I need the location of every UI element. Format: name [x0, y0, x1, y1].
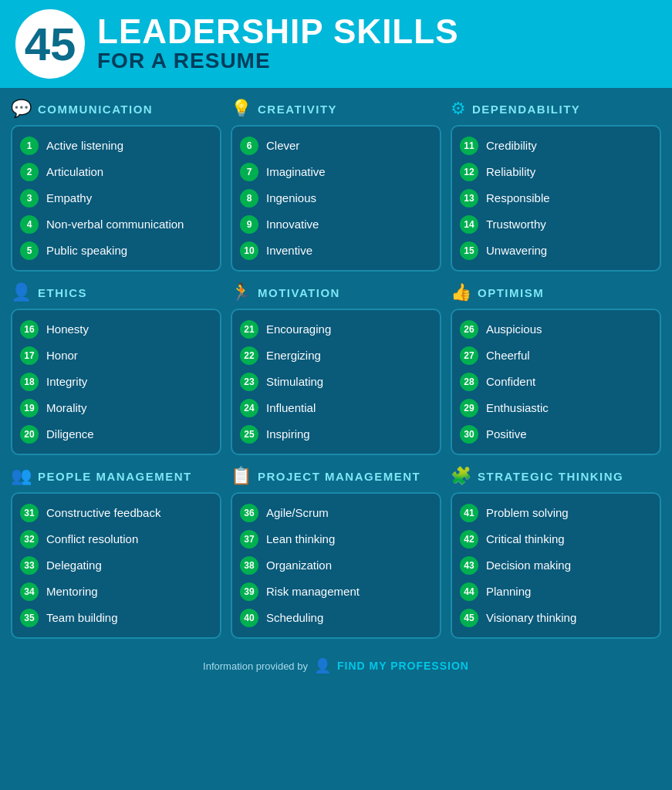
skill-item: 26Auspicious — [460, 316, 652, 343]
section-box-strategic-thinking: 41Problem solving42Critical thinking43De… — [451, 492, 661, 639]
skill-text: Enthusiastic — [486, 401, 549, 415]
section-header-motivation: 🏃MOTIVATION — [231, 281, 441, 304]
skill-text: Imaginative — [266, 165, 326, 179]
section-header-communication: 💬COMMUNICATION — [11, 97, 221, 120]
skill-number: 43 — [460, 556, 478, 575]
section-header-people-management: 👥PEOPLE MANAGEMENT — [11, 464, 221, 488]
skill-text: Public speaking — [46, 244, 127, 258]
section-header-dependability: ⚙DEPENDABILITY — [451, 97, 661, 120]
skill-number: 17 — [20, 346, 39, 365]
header-text: LEADERSHIP SKILLS FOR A RESUME — [97, 15, 458, 73]
section-box-creativity: 6Clever7Imaginative8Ingenious9Innovative… — [231, 125, 441, 272]
skill-text: Empathy — [46, 191, 92, 205]
skill-item: 25Inspiring — [240, 421, 432, 447]
skill-number: 45 — [460, 609, 478, 627]
skill-number: 13 — [460, 189, 478, 208]
skill-item: 11Credibility — [460, 133, 652, 159]
section-box-communication: 1Active listening2Articulation3Empathy4N… — [11, 125, 221, 272]
skill-number: 3 — [20, 189, 39, 208]
skill-item: 5Public speaking — [20, 238, 212, 264]
skill-number: 12 — [460, 163, 478, 181]
section-icon-creativity: 💡 — [231, 99, 252, 119]
skill-number: 18 — [20, 373, 39, 391]
skill-item: 28Confident — [460, 369, 652, 395]
skill-text: Auspicious — [486, 322, 542, 336]
skill-item: 6Clever — [240, 133, 432, 159]
section-box-motivation: 21Encouraging22Energizing23Stimulating24… — [231, 309, 441, 455]
section-box-ethics: 16Honesty17Honor18Integrity19Morality20D… — [11, 309, 221, 455]
section-title-optimism: OPTIMISM — [478, 286, 544, 299]
skill-number: 36 — [240, 504, 258, 522]
skill-number: 32 — [20, 530, 39, 549]
skill-text: Credibility — [486, 139, 537, 153]
skill-text: Confident — [486, 375, 535, 389]
skill-number: 1 — [20, 137, 39, 155]
header-number: 45 — [15, 9, 85, 79]
skill-number: 40 — [240, 609, 258, 627]
skill-text: Organization — [266, 559, 332, 572]
skill-item: 22Energizing — [240, 343, 432, 369]
main-content: 💬COMMUNICATION1Active listening2Articula… — [0, 88, 672, 648]
section-header-creativity: 💡CREATIVITY — [231, 97, 441, 120]
section-icon-optimism: 👍 — [451, 282, 471, 302]
skill-number: 10 — [240, 241, 258, 260]
skill-number: 19 — [20, 399, 39, 417]
skill-text: Trustworthy — [486, 218, 546, 231]
skill-text: Cheerful — [486, 349, 530, 363]
section-icon-communication: 💬 — [11, 99, 32, 119]
skill-item: 13Responsible — [460, 185, 652, 211]
section-title-strategic-thinking: STRATEGIC THINKING — [478, 470, 623, 483]
section-header-optimism: 👍OPTIMISM — [451, 281, 661, 304]
skill-item: 42Critical thinking — [460, 526, 652, 552]
skill-number: 6 — [240, 137, 258, 155]
skill-number: 26 — [460, 320, 478, 339]
skill-text: Planning — [486, 585, 531, 599]
section-icon-motivation: 🏃 — [231, 282, 252, 302]
skill-text: Problem solving — [486, 506, 569, 520]
section-title-people-management: PEOPLE MANAGEMENT — [38, 470, 192, 483]
section-communication: 💬COMMUNICATION1Active listening2Articula… — [11, 97, 221, 272]
skill-number: 7 — [240, 163, 258, 181]
skill-number: 37 — [240, 530, 258, 549]
skill-text: Stimulating — [266, 375, 323, 389]
skill-text: Conflict resolution — [46, 532, 138, 546]
skill-text: Honesty — [46, 322, 89, 336]
skill-item: 41Problem solving — [460, 500, 652, 526]
skill-text: Team building — [46, 611, 118, 625]
skill-text: Morality — [46, 401, 87, 415]
section-title-project-management: PROJECT MANAGEMENT — [258, 470, 420, 483]
skill-text: Energizing — [266, 349, 321, 363]
skill-number: 2 — [20, 163, 39, 181]
skill-item: 32Conflict resolution — [20, 526, 212, 552]
section-box-dependability: 11Credibility12Reliability13Responsible1… — [451, 125, 661, 272]
skill-item: 30Positive — [460, 421, 652, 447]
skill-item: 23Stimulating — [240, 369, 432, 395]
skill-number: 39 — [240, 582, 258, 601]
section-motivation: 🏃MOTIVATION21Encouraging22Energizing23St… — [231, 281, 441, 455]
skill-text: Clever — [266, 139, 299, 153]
skill-number: 23 — [240, 373, 258, 391]
skill-text: Non-verbal communication — [46, 218, 184, 231]
skill-number: 42 — [460, 530, 478, 549]
skill-item: 17Honor — [20, 343, 212, 369]
section-icon-ethics: 👤 — [11, 282, 32, 302]
skill-text: Positive — [486, 427, 527, 441]
skill-number: 9 — [240, 215, 258, 234]
skill-item: 10Inventive — [240, 238, 432, 264]
section-dependability: ⚙DEPENDABILITY11Credibility12Reliability… — [451, 97, 661, 272]
skill-item: 38Organization — [240, 552, 432, 579]
skill-number: 44 — [460, 582, 478, 601]
skill-number: 38 — [240, 556, 258, 575]
skill-text: Active listening — [46, 139, 123, 153]
skill-number: 41 — [460, 504, 478, 522]
section-icon-project-management: 📋 — [231, 466, 252, 486]
skill-number: 14 — [460, 215, 478, 234]
skill-text: Lean thinking — [266, 532, 335, 546]
skill-item: 8Ingenious — [240, 185, 432, 211]
skill-item: 35Team building — [20, 605, 212, 631]
section-icon-dependability: ⚙ — [451, 99, 466, 119]
skill-item: 20Diligence — [20, 421, 212, 447]
section-header-project-management: 📋PROJECT MANAGEMENT — [231, 464, 441, 488]
skill-number: 33 — [20, 556, 39, 575]
skill-item: 39Risk management — [240, 579, 432, 605]
